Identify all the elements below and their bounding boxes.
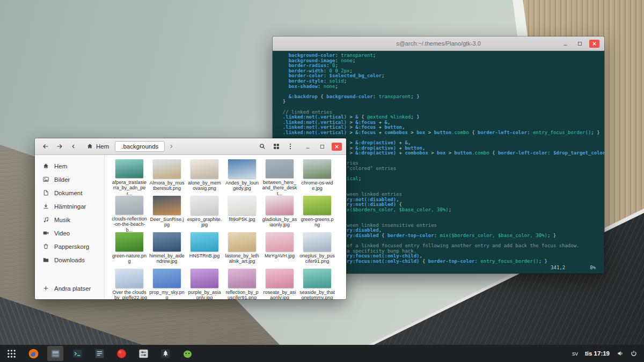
file-grid[interactable]: afpera_traslasierra_by_adn_per...Almora_…	[105, 155, 346, 299]
sidebar-item-hämtningar[interactable]: Hämtningar	[35, 200, 104, 213]
file-thumbnail	[153, 232, 181, 252]
file-item[interactable]: between_here_and_there_deskt...	[261, 159, 298, 196]
file-name: lastone_by_lethalnik_art.jpg	[224, 253, 260, 264]
file-thumbnail	[115, 196, 143, 215]
file-item[interactable]: oneplus_by_puscifer91.png	[299, 232, 335, 269]
view-toggle-button[interactable]	[270, 141, 282, 153]
file-name: MeYgAVH.jpg	[262, 253, 297, 258]
file-name: gladiolus_by_asiaonly.jpg	[262, 217, 297, 228]
nav-buttons	[39, 141, 79, 153]
terminal-maximize-button[interactable]	[575, 39, 584, 48]
file-name: himmel_by_aidendrew.jpg	[149, 253, 185, 264]
sidebar-item-label: Hem	[54, 163, 67, 169]
file-item[interactable]: espiro_graphite.jpg	[186, 196, 223, 232]
volume-indicator[interactable]	[617, 350, 624, 357]
search-button[interactable]	[256, 141, 268, 153]
sidebar-item-label: Musik	[54, 217, 70, 223]
terminal-line: .linked:not(.vertical) > &:focus + combo…	[277, 130, 600, 136]
terminal-minimize-button[interactable]	[560, 39, 570, 48]
file-thumbnail	[153, 269, 181, 288]
file-item[interactable]: Almora_by_mustberesult.png	[149, 159, 185, 196]
sidebar-item-downloads[interactable]: Downloads	[35, 253, 104, 267]
file-name: clouds-reflection-on-the-beach-b...	[112, 216, 147, 232]
fm-close-button[interactable]	[332, 143, 342, 151]
file-item[interactable]: Andes_by_loungedy.jpg	[224, 159, 260, 196]
home-icon	[42, 162, 49, 169]
file-item[interactable]: purple_by_asiaonly.jpg	[186, 269, 223, 299]
taskbar-app-file-manager[interactable]	[47, 346, 63, 361]
breadcrumb-home-label: Hem	[96, 143, 109, 150]
file-item[interactable]: prop_my_sky.png	[149, 269, 185, 299]
sidebar-item-musik[interactable]: Musik	[35, 213, 104, 226]
forward-button[interactable]	[53, 141, 65, 153]
breadcrumb-current-folder[interactable]: .backgrounds	[115, 141, 165, 152]
sidebar-item-video[interactable]: Video	[35, 226, 104, 240]
taskbar: sv tis 17:19	[0, 345, 644, 362]
file-item[interactable]: gladiolus_by_asiaonly.jpg	[261, 196, 298, 232]
file-item[interactable]: reflection_by_puscifer91.png	[224, 269, 260, 299]
file-thumbnail	[228, 269, 256, 288]
taskbar-app-inkscape[interactable]	[157, 346, 173, 361]
taskbar-app-app-launcher[interactable]	[3, 346, 19, 361]
file-item[interactable]: alone_by_memovasig.png	[186, 159, 223, 196]
file-name: roseate_by_asiaonly.jpg	[262, 290, 297, 299]
file-name: purple_by_asiaonly.jpg	[187, 290, 222, 299]
fm-maximize-button[interactable]	[317, 142, 327, 151]
terminal-titlebar[interactable]: s@arch:~/.themes/Plano/gtk-3.0	[273, 36, 604, 51]
sidebar: HemBilderDokumentHämtningarMusikVideoPap…	[35, 155, 105, 299]
fm-minimize-button[interactable]	[303, 142, 312, 151]
file-name: reflection_by_puscifer91.png	[224, 290, 260, 299]
power-indicator[interactable]	[630, 350, 638, 357]
taskbar-app-tweaks[interactable]	[135, 346, 151, 361]
file-item[interactable]: himmel_by_aidendrew.jpg	[149, 232, 185, 269]
download-icon	[42, 203, 49, 210]
file-name: f89oP5K.jpg	[224, 217, 260, 222]
taskbar-app-terminal[interactable]	[69, 346, 85, 361]
sidebar-item-andra-platser[interactable]: Andra platser	[35, 282, 104, 295]
file-thumbnail	[303, 196, 331, 215]
path-scroll-left-button[interactable]	[67, 141, 79, 153]
file-item[interactable]: green-greens.png	[299, 196, 335, 232]
document-icon	[42, 189, 49, 196]
file-manager-body: HemBilderDokumentHämtningarMusikVideoPap…	[35, 155, 346, 299]
file-name: between_here_and_there_deskt...	[262, 180, 297, 196]
file-item[interactable]: green-nature.png	[111, 232, 148, 269]
sidebar-item-bilder[interactable]: Bilder	[35, 173, 104, 186]
file-item[interactable]: MeYgAVH.jpg	[261, 232, 298, 269]
file-item[interactable]: roseate_by_asiaonly.jpg	[261, 269, 298, 299]
breadcrumb-home[interactable]: Hem	[83, 142, 113, 152]
sidebar-item-label: Bilder	[54, 176, 70, 183]
file-manager-window: Hem .backgrounds HemBilderDokumentHämtni…	[35, 138, 346, 299]
sidebar-item-label: Papperskorg	[54, 243, 89, 250]
file-manager-headerbar[interactable]: Hem .backgrounds	[35, 138, 346, 155]
file-name: Over the clouds_by_gieffe22.jpg	[112, 290, 147, 299]
taskbar-app-firefox[interactable]	[25, 346, 41, 361]
back-button[interactable]	[39, 141, 52, 153]
file-thumbnail	[228, 159, 256, 179]
sidebar-item-hem[interactable]: Hem	[35, 159, 104, 173]
fm-window-controls	[303, 142, 342, 151]
taskbar-app-text-editor[interactable]	[91, 346, 107, 361]
file-item[interactable]: chrome-os-wide.jpg	[299, 159, 335, 196]
path-chevron-right-icon[interactable]	[165, 141, 177, 153]
keyboard-layout-indicator[interactable]: sv	[572, 350, 578, 357]
sidebar-item-papperskorg[interactable]: Papperskorg	[35, 240, 104, 253]
taskbar-apps	[3, 346, 201, 361]
menu-button[interactable]	[284, 141, 296, 153]
file-item[interactable]: afpera_traslasierra_by_adn_per...	[111, 159, 148, 196]
sidebar-item-dokument[interactable]: Dokument	[35, 186, 104, 200]
file-item[interactable]: clouds-reflection-on-the-beach-b...	[111, 196, 148, 232]
file-item[interactable]: HNSTRnB.jpg	[186, 232, 223, 269]
file-item[interactable]: seaside_by_thatonetommy.png	[299, 269, 335, 299]
file-item[interactable]: Deer_SunRise.jpg	[149, 196, 185, 232]
file-name: Almora_by_mustberesult.png	[149, 180, 185, 191]
clock[interactable]: tis 17:19	[585, 350, 610, 357]
file-item[interactable]: lastone_by_lethalnik_art.jpg	[224, 232, 260, 269]
file-item[interactable]: f89oP5K.jpg	[224, 196, 260, 232]
file-thumbnail	[266, 196, 294, 215]
taskbar-app-red-app[interactable]	[113, 346, 129, 361]
file-item[interactable]: Over the clouds_by_gieffe22.jpg	[111, 269, 148, 299]
terminal-close-button[interactable]	[589, 40, 599, 48]
taskbar-app-messenger[interactable]	[179, 346, 195, 361]
terminal-line: &:backdrop { background-color: transpare…	[277, 94, 600, 100]
